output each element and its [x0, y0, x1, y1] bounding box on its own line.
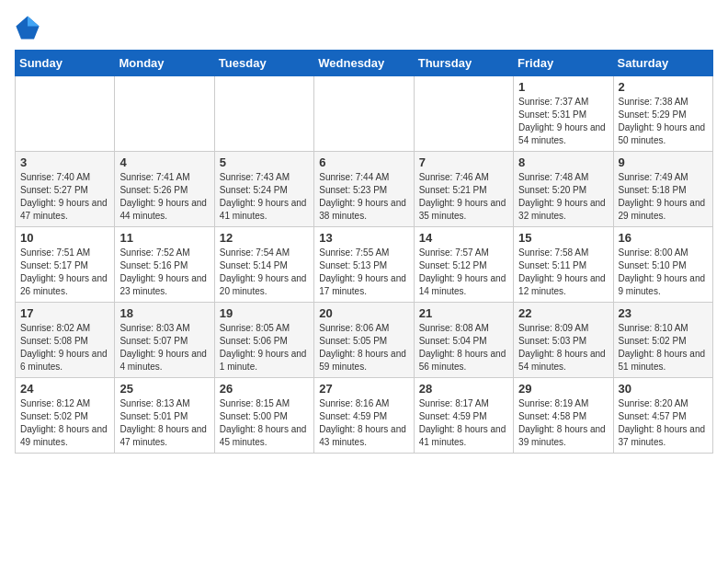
- calendar-cell: 9Sunrise: 7:49 AM Sunset: 5:18 PM Daylig…: [613, 152, 712, 227]
- day-info: Sunrise: 8:08 AM Sunset: 5:04 PM Dayligh…: [419, 322, 508, 373]
- calendar-cell: 6Sunrise: 7:44 AM Sunset: 5:23 PM Daylig…: [314, 152, 414, 227]
- calendar-cell: 12Sunrise: 7:54 AM Sunset: 5:14 PM Dayli…: [214, 227, 313, 303]
- day-number: 21: [419, 306, 508, 320]
- calendar-header-monday: Monday: [115, 51, 214, 76]
- day-number: 24: [20, 382, 109, 396]
- calendar-cell: 5Sunrise: 7:43 AM Sunset: 5:24 PM Daylig…: [214, 152, 313, 227]
- day-info: Sunrise: 7:38 AM Sunset: 5:29 PM Dayligh…: [619, 96, 708, 147]
- day-number: 22: [518, 306, 608, 320]
- day-info: Sunrise: 8:00 AM Sunset: 5:10 PM Dayligh…: [619, 247, 708, 298]
- day-info: Sunrise: 7:40 AM Sunset: 5:27 PM Dayligh…: [20, 171, 109, 223]
- calendar-cell: 29Sunrise: 8:19 AM Sunset: 4:58 PM Dayli…: [514, 378, 613, 454]
- day-info: Sunrise: 7:44 AM Sunset: 5:23 PM Dayligh…: [319, 171, 408, 223]
- calendar-header-friday: Friday: [514, 51, 613, 76]
- calendar-week-row: 24Sunrise: 8:12 AM Sunset: 5:02 PM Dayli…: [16, 378, 713, 454]
- day-info: Sunrise: 8:03 AM Sunset: 5:07 PM Dayligh…: [119, 322, 209, 373]
- day-number: 4: [119, 155, 209, 169]
- day-number: 10: [20, 231, 109, 245]
- calendar-cell: 17Sunrise: 8:02 AM Sunset: 5:08 PM Dayli…: [16, 303, 115, 378]
- day-info: Sunrise: 8:12 AM Sunset: 5:02 PM Dayligh…: [20, 397, 109, 449]
- day-number: 30: [619, 382, 708, 396]
- day-info: Sunrise: 8:19 AM Sunset: 4:58 PM Dayligh…: [518, 397, 608, 449]
- day-number: 9: [619, 155, 708, 169]
- calendar-cell: 14Sunrise: 7:57 AM Sunset: 5:12 PM Dayli…: [414, 227, 513, 303]
- calendar-cell: [115, 76, 214, 152]
- day-number: 2: [619, 80, 708, 94]
- day-info: Sunrise: 8:09 AM Sunset: 5:03 PM Dayligh…: [518, 322, 608, 373]
- day-number: 16: [619, 231, 708, 245]
- day-info: Sunrise: 7:52 AM Sunset: 5:16 PM Dayligh…: [119, 247, 209, 298]
- day-info: Sunrise: 8:20 AM Sunset: 4:57 PM Dayligh…: [619, 397, 708, 449]
- day-info: Sunrise: 8:10 AM Sunset: 5:02 PM Dayligh…: [619, 322, 708, 373]
- calendar-cell: 22Sunrise: 8:09 AM Sunset: 5:03 PM Dayli…: [514, 303, 613, 378]
- calendar-cell: 18Sunrise: 8:03 AM Sunset: 5:07 PM Dayli…: [115, 303, 214, 378]
- calendar-cell: 8Sunrise: 7:48 AM Sunset: 5:20 PM Daylig…: [514, 152, 613, 227]
- day-number: 15: [518, 231, 608, 245]
- calendar-cell: 26Sunrise: 8:15 AM Sunset: 5:00 PM Dayli…: [214, 378, 313, 454]
- calendar-header-row: SundayMondayTuesdayWednesdayThursdayFrid…: [16, 51, 713, 76]
- calendar-cell: 10Sunrise: 7:51 AM Sunset: 5:17 PM Dayli…: [16, 227, 115, 303]
- day-number: 7: [419, 155, 508, 169]
- day-number: 20: [319, 306, 408, 320]
- day-number: 19: [220, 306, 309, 320]
- day-info: Sunrise: 7:55 AM Sunset: 5:13 PM Dayligh…: [319, 247, 408, 298]
- logo: [15, 15, 44, 40]
- calendar-cell: 15Sunrise: 7:58 AM Sunset: 5:11 PM Dayli…: [514, 227, 613, 303]
- calendar-cell: 1Sunrise: 7:37 AM Sunset: 5:31 PM Daylig…: [514, 76, 613, 152]
- calendar-week-row: 10Sunrise: 7:51 AM Sunset: 5:17 PM Dayli…: [16, 227, 713, 303]
- day-number: 8: [518, 155, 608, 169]
- day-number: 17: [20, 306, 109, 320]
- calendar-week-row: 1Sunrise: 7:37 AM Sunset: 5:31 PM Daylig…: [16, 76, 713, 152]
- day-info: Sunrise: 7:57 AM Sunset: 5:12 PM Dayligh…: [419, 247, 508, 298]
- calendar-cell: 20Sunrise: 8:06 AM Sunset: 5:05 PM Dayli…: [314, 303, 414, 378]
- svg-marker-1: [28, 16, 40, 26]
- calendar-week-row: 3Sunrise: 7:40 AM Sunset: 5:27 PM Daylig…: [16, 152, 713, 227]
- calendar-cell: 27Sunrise: 8:16 AM Sunset: 4:59 PM Dayli…: [314, 378, 414, 454]
- calendar-week-row: 17Sunrise: 8:02 AM Sunset: 5:08 PM Dayli…: [16, 303, 713, 378]
- day-info: Sunrise: 7:49 AM Sunset: 5:18 PM Dayligh…: [619, 171, 708, 223]
- day-number: 12: [220, 231, 309, 245]
- calendar-cell: 11Sunrise: 7:52 AM Sunset: 5:16 PM Dayli…: [115, 227, 214, 303]
- day-info: Sunrise: 7:41 AM Sunset: 5:26 PM Dayligh…: [119, 171, 209, 223]
- calendar-cell: 13Sunrise: 7:55 AM Sunset: 5:13 PM Dayli…: [314, 227, 414, 303]
- day-number: 3: [20, 155, 109, 169]
- day-info: Sunrise: 7:54 AM Sunset: 5:14 PM Dayligh…: [220, 247, 309, 298]
- day-number: 1: [518, 80, 608, 94]
- day-number: 25: [119, 382, 209, 396]
- day-number: 18: [119, 306, 209, 320]
- day-info: Sunrise: 7:51 AM Sunset: 5:17 PM Dayligh…: [20, 247, 109, 298]
- calendar-header-saturday: Saturday: [613, 51, 712, 76]
- calendar-cell: [16, 76, 115, 152]
- day-number: 26: [220, 382, 309, 396]
- day-number: 29: [518, 382, 608, 396]
- day-info: Sunrise: 7:46 AM Sunset: 5:21 PM Dayligh…: [419, 171, 508, 223]
- calendar-header-sunday: Sunday: [16, 51, 115, 76]
- calendar-header-tuesday: Tuesday: [214, 51, 313, 76]
- day-info: Sunrise: 8:05 AM Sunset: 5:06 PM Dayligh…: [220, 322, 309, 373]
- calendar-cell: 24Sunrise: 8:12 AM Sunset: 5:02 PM Dayli…: [16, 378, 115, 454]
- calendar-cell: [314, 76, 414, 152]
- day-info: Sunrise: 7:48 AM Sunset: 5:20 PM Dayligh…: [518, 171, 608, 223]
- day-number: 23: [619, 306, 708, 320]
- page-header: [15, 15, 713, 40]
- day-info: Sunrise: 7:37 AM Sunset: 5:31 PM Dayligh…: [518, 96, 608, 147]
- day-number: 13: [319, 231, 408, 245]
- calendar-header-wednesday: Wednesday: [314, 51, 414, 76]
- calendar-cell: 7Sunrise: 7:46 AM Sunset: 5:21 PM Daylig…: [414, 152, 513, 227]
- day-number: 14: [419, 231, 508, 245]
- calendar-cell: 2Sunrise: 7:38 AM Sunset: 5:29 PM Daylig…: [613, 76, 712, 152]
- day-info: Sunrise: 7:43 AM Sunset: 5:24 PM Dayligh…: [220, 171, 309, 223]
- day-number: 6: [319, 155, 408, 169]
- calendar-cell: 30Sunrise: 8:20 AM Sunset: 4:57 PM Dayli…: [613, 378, 712, 454]
- calendar-cell: 4Sunrise: 7:41 AM Sunset: 5:26 PM Daylig…: [115, 152, 214, 227]
- day-info: Sunrise: 8:17 AM Sunset: 4:59 PM Dayligh…: [419, 397, 508, 449]
- day-number: 5: [220, 155, 309, 169]
- calendar-cell: 23Sunrise: 8:10 AM Sunset: 5:02 PM Dayli…: [613, 303, 712, 378]
- calendar-table: SundayMondayTuesdayWednesdayThursdayFrid…: [15, 50, 713, 454]
- calendar-cell: [414, 76, 513, 152]
- calendar-header-thursday: Thursday: [414, 51, 513, 76]
- calendar-cell: 21Sunrise: 8:08 AM Sunset: 5:04 PM Dayli…: [414, 303, 513, 378]
- day-info: Sunrise: 7:58 AM Sunset: 5:11 PM Dayligh…: [518, 247, 608, 298]
- day-info: Sunrise: 8:13 AM Sunset: 5:01 PM Dayligh…: [119, 397, 209, 449]
- calendar-cell: [214, 76, 313, 152]
